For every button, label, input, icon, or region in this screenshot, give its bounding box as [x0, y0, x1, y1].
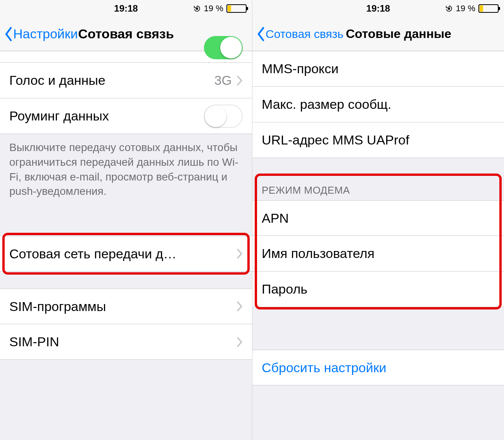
mms-proxy-row[interactable]: MMS-прокси: [252, 51, 504, 87]
chevron-left-icon: [4, 27, 13, 41]
mms-uaprof-label: URL-адрес MMS UAProf: [262, 132, 495, 148]
password-row[interactable]: Пароль: [252, 272, 504, 307]
mms-uaprof-row[interactable]: URL-адрес MMS UAProf: [252, 122, 504, 158]
status-time: 19:18: [366, 3, 390, 14]
nav-bar: Сотовая связь Сотовые данные: [252, 17, 504, 51]
chevron-right-icon: [236, 248, 243, 259]
svg-rect-1: [448, 8, 450, 10]
back-label: Настройки: [13, 26, 78, 41]
reset-settings-row[interactable]: Сбросить настройки: [252, 350, 504, 385]
sim-pin-label: SIM-PIN: [9, 334, 236, 349]
cellular-data-toggle[interactable]: [204, 36, 243, 59]
status-right: 19 %: [193, 3, 247, 14]
mms-proxy-label: MMS-прокси: [262, 61, 495, 76]
apn-label: APN: [262, 211, 495, 226]
status-bar: 19:18 19 %: [0, 0, 252, 17]
section-gap: [0, 209, 252, 236]
svg-rect-0: [196, 8, 198, 10]
chevron-right-icon: [236, 337, 243, 347]
back-button[interactable]: Настройки: [0, 26, 78, 41]
status-right: 19 %: [445, 3, 499, 14]
chevron-right-icon: [236, 301, 243, 312]
voice-data-row[interactable]: Голос и данные 3G: [0, 63, 252, 98]
sim-apps-label: SIM-программы: [9, 299, 236, 314]
max-msg-size-row[interactable]: Макс. размер сообщ.: [252, 87, 504, 122]
rotation-lock-icon: [445, 5, 453, 12]
rotation-lock-icon: [193, 5, 201, 12]
chevron-left-icon: [256, 27, 266, 41]
data-roaming-row: Роуминг данных: [0, 98, 252, 134]
battery-percent: 19 %: [456, 3, 475, 14]
section-gap: [252, 385, 504, 440]
cellular-help-text: Выключите передачу сотовых данных, чтобы…: [0, 134, 252, 209]
chevron-right-icon: [236, 75, 243, 86]
password-label: Пароль: [262, 282, 495, 297]
battery-icon: [478, 4, 499, 13]
apn-row[interactable]: APN: [252, 200, 504, 236]
section-gap: [252, 158, 504, 175]
screen-cellular-data: 19:18 19 % Сотовая связь Сотовые данные …: [252, 0, 504, 440]
back-button[interactable]: Сотовая связь: [252, 27, 343, 41]
status-time: 19:18: [114, 3, 138, 14]
page-title: Сотовые данные: [346, 27, 451, 41]
voice-data-value: 3G: [214, 73, 232, 88]
back-label: Сотовая связь: [266, 28, 343, 41]
status-bar: 19:18 19 %: [252, 0, 504, 17]
screen-cellular: 19:18 19 % Настройки Сотовая связь Голос…: [0, 0, 252, 440]
cellular-network-row[interactable]: Сотовая сеть передачи д…: [0, 236, 252, 272]
sim-pin-row[interactable]: SIM-PIN: [0, 324, 252, 360]
voice-data-label: Голос и данные: [9, 73, 214, 88]
section-gap: [0, 272, 252, 289]
sim-apps-row[interactable]: SIM-программы: [0, 289, 252, 324]
section-gap: [252, 307, 504, 350]
data-roaming-toggle[interactable]: [204, 105, 243, 128]
username-row[interactable]: Имя пользователя: [252, 236, 504, 272]
battery-icon: [226, 4, 247, 13]
data-roaming-label: Роуминг данных: [9, 108, 204, 124]
cellular-data-toggle-row: [0, 51, 252, 63]
reset-settings-label: Сбросить настройки: [262, 360, 495, 375]
cellular-network-label: Сотовая сеть передачи д…: [9, 246, 236, 261]
battery-percent: 19 %: [204, 3, 223, 14]
max-msg-size-label: Макс. размер сообщ.: [262, 97, 495, 112]
modem-section-header: РЕЖИМ МОДЕМА: [252, 175, 504, 200]
username-label: Имя пользователя: [262, 246, 495, 261]
page-title: Сотовая связь: [78, 26, 174, 41]
section-gap: [0, 360, 252, 440]
